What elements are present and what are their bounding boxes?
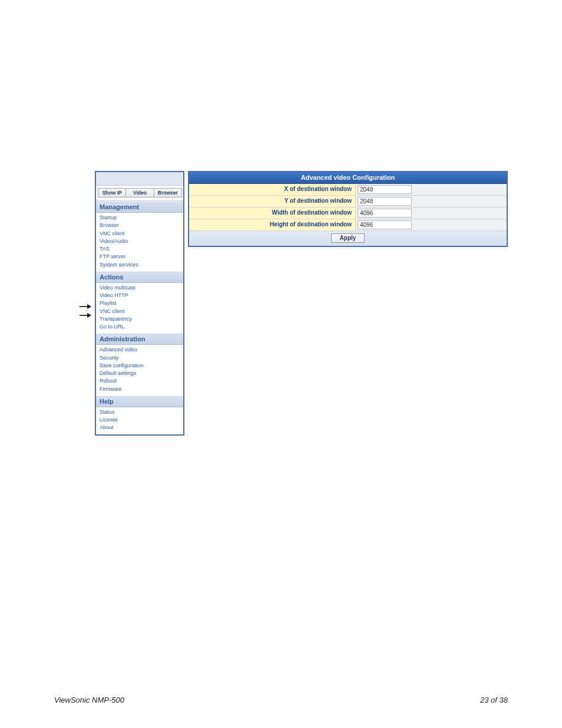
sidebar-top-blank (96, 172, 183, 186)
sidebar-item-firmware[interactable]: Firmware (100, 386, 183, 393)
actions-list: Video multicast Video HTTP Playlist VNC … (96, 283, 183, 334)
footer-product-name: ViewSonic NMP-500 (54, 696, 124, 704)
sidebar-item-save-configuration[interactable]: Save configuration (100, 362, 183, 370)
sidebar-item-default-settings[interactable]: Default settings (100, 370, 183, 377)
arrow-administration-icon (80, 304, 91, 309)
input-x-destination[interactable] (358, 185, 412, 194)
cell-y-destination (356, 196, 507, 207)
label-x-destination: X of destination window (189, 184, 356, 195)
sidebar-item-status[interactable]: Status (100, 409, 183, 416)
sidebar-item-startup[interactable]: Startup (100, 214, 183, 222)
apply-button[interactable]: Apply (331, 233, 365, 243)
sidebar-item-ftp-server[interactable]: FTP server (100, 253, 183, 261)
management-heading: Management (96, 201, 183, 213)
sidebar-item-video-audio[interactable]: Video/Audio (100, 238, 183, 245)
administration-list: Advanced video Security Save configurati… (96, 345, 183, 396)
sidebar-item-browser[interactable]: Browser (100, 222, 183, 229)
input-y-destination[interactable] (358, 197, 412, 206)
sidebar-item-vnc-client-2[interactable]: VNC client (100, 308, 183, 315)
browser-button[interactable]: Browser (154, 188, 182, 197)
footer-page-number: 23 of 38 (480, 696, 508, 704)
sidebar-button-row: Show IP Video Browser (96, 186, 183, 201)
cell-width-destination (356, 207, 507, 219)
sidebar-item-playlist[interactable]: Playlist (100, 299, 183, 307)
row-width-destination: Width of destination window (189, 207, 507, 219)
label-width-destination: Width of destination window (189, 207, 356, 219)
input-width-destination[interactable] (358, 209, 412, 218)
video-button[interactable]: Video (125, 188, 154, 197)
show-ip-button[interactable]: Show IP (98, 188, 126, 197)
cell-height-destination (356, 219, 507, 230)
sidebar-item-tas[interactable]: TAS (100, 245, 183, 253)
row-y-destination: Y of destination window (189, 196, 507, 207)
sidebar-item-vnc-client[interactable]: VNC client (100, 230, 183, 238)
sidebar-item-go-to-url[interactable]: Go to URL (100, 323, 183, 331)
sidebar-item-about[interactable]: About (100, 424, 183, 431)
label-height-destination: Height of destination window (189, 219, 356, 230)
sidebar-item-transparency[interactable]: Transparency (100, 315, 183, 323)
label-y-destination: Y of destination window (189, 196, 356, 207)
main-panel: Advanced video Configuration X of destin… (188, 171, 508, 247)
arrow-advanced-video-icon (80, 312, 91, 318)
sidebar-item-video-multicast[interactable]: Video multicast (100, 284, 183, 292)
actions-heading: Actions (96, 271, 183, 283)
svg-marker-3 (87, 313, 91, 318)
sidebar-item-reboot[interactable]: Reboot (100, 377, 183, 385)
sidebar-item-system-services[interactable]: System services (100, 261, 183, 269)
sidebar-item-security[interactable]: Security (100, 354, 183, 362)
sidebar-item-video-http[interactable]: Video HTTP (100, 292, 183, 299)
panel-title: Advanced video Configuration (189, 172, 507, 184)
administration-heading: Administration (96, 333, 183, 345)
sidebar-panel: Show IP Video Browser Management Startup… (95, 171, 184, 436)
apply-row: Apply (189, 231, 507, 246)
row-height-destination: Height of destination window (189, 219, 507, 231)
management-list: Startup Browser VNC client Video/Audio T… (96, 213, 183, 271)
svg-marker-1 (87, 304, 91, 309)
sidebar-item-advanced-video[interactable]: Advanced video (100, 346, 183, 354)
page-footer: ViewSonic NMP-500 23 of 38 (0, 696, 562, 704)
cell-x-destination (356, 184, 507, 195)
help-heading: Help (96, 396, 183, 407)
input-height-destination[interactable] (358, 220, 412, 229)
row-x-destination: X of destination window (189, 184, 507, 196)
help-list: Status License About (96, 407, 183, 434)
sidebar-item-license[interactable]: License (100, 416, 183, 424)
